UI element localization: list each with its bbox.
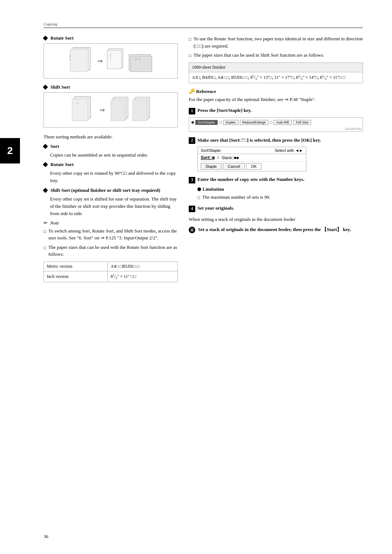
step1-number: 1 (189, 108, 195, 114)
ss-footer: Staple Cancel OK (198, 162, 306, 171)
note-item-1: □ To switch among Sort, Rotate Sort, and… (44, 227, 178, 242)
key-icon: 🔑 (189, 89, 195, 94)
finisher-table: 1000-sheet finisher A3□, B4JIS□, A4□ □, … (189, 62, 363, 83)
ss-staple-button[interactable]: Staple (201, 163, 221, 170)
stack-text: When setting a stack of originals in the… (189, 216, 363, 223)
ss-ok-button[interactable]: OK (246, 163, 261, 170)
arrow-icon: ⇒ (97, 57, 103, 65)
rotate-sort-diagram: 2 1 ⇒ 2 1 (44, 43, 178, 78)
step4a-label: Set a stack of originals in the document… (198, 226, 351, 233)
three-methods-text: Three sorting methods are available: (44, 133, 178, 141)
checkbox-icon-1: □ (44, 228, 46, 235)
step2-number: 2 (189, 137, 195, 144)
limitation-section: Limitation □ The maximum number of sets … (197, 186, 363, 201)
step2-heading: 2 Make sure that [Sort□+□] is selected, … (189, 137, 363, 144)
step1-label: Press the [Sort/Staple] key. (197, 108, 252, 113)
note-section: Note □ To switch among Sort, Rotate Sort… (44, 220, 178, 258)
paper-spread-right: 2 1 2 1 (107, 49, 152, 73)
note-item-2: □ The paper sizes that can be used with … (44, 244, 178, 258)
sort-desc: Copies can be assembled as sets in seque… (50, 151, 178, 159)
shift-sort-subheading: Shift Sort (optional finisher or shift s… (44, 187, 178, 193)
step4a-item: ① Set a stack of originals in the docume… (189, 226, 363, 236)
ui-sort-staple-btn: Sort/Stapler (195, 120, 218, 125)
note-title: Note (44, 220, 178, 226)
inch-version-cell: Inch version (44, 271, 108, 282)
diamond-icon (43, 36, 48, 41)
page: Copying 2 Rotate Sort (0, 0, 392, 554)
step2-ui-mockup: Sort/Staple: Select with ◄► Sort□■ / Sta… (197, 147, 306, 171)
checkbox-icon-4: □ (189, 52, 191, 59)
sort-subheading: Sort (44, 143, 178, 149)
breadcrumb: Copying (44, 22, 363, 28)
shift-arrow-icon: ⇒ (99, 106, 105, 114)
ss-label1: Sort/Staple: (201, 148, 221, 153)
diamond-icon-2 (43, 85, 48, 90)
reference-text: For the paper capacity of the optional f… (189, 96, 363, 103)
shift-stack: 1 (72, 96, 94, 124)
chapter-tab: 2 (0, 138, 20, 163)
ui-full-btn: Full Size (293, 120, 311, 125)
ss-sep: / (218, 155, 219, 160)
finisher-table-content-row: A3□, B4JIS□, A4□ □, B5JIS□ □, 81/2" × 13… (189, 72, 363, 83)
step4-label: Set your originals. (197, 205, 234, 211)
reference-title: 🔑 Reference (189, 88, 363, 94)
inch-sizes-cell: 81/2" × 11" □□ (107, 271, 177, 282)
limitation-title: Limitation (197, 186, 363, 192)
shift-sort-heading: Shift Sort (44, 84, 178, 90)
finisher-table-content: A3□, B4JIS□, A4□ □, B5JIS□ □, 81/2" × 13… (189, 72, 363, 83)
paper-size-table: Metric version A4□ □B5JIS□ □ Inch versio… (44, 262, 178, 282)
main-content: Rotate Sort 2 1 ⇒ (44, 35, 363, 287)
paper-stack-left: 2 1 (69, 47, 93, 74)
ss-stack-val: Stack□■■ (222, 155, 239, 160)
diamond-icon-4 (43, 162, 48, 167)
finisher-table-header: 1000-sheet finisher (189, 63, 363, 72)
zaas-label: ZAAS070N (189, 127, 363, 132)
step3-heading: 3 Enter the number of copy sets with the… (189, 177, 363, 183)
ss-label2: Select with ◄► (275, 148, 303, 153)
step4a-circle: ① (189, 227, 195, 233)
step4-heading: 4 Set your originals. (189, 205, 363, 212)
bullet-icon (197, 187, 201, 191)
ui-led-1 (191, 121, 194, 124)
ui-led-2 (219, 121, 222, 124)
left-column: Rotate Sort 2 1 ⇒ (44, 35, 178, 287)
table-row-metric: Metric version A4□ □B5JIS□ □ (44, 262, 178, 271)
ss-sort-val: Sort□■ (201, 155, 215, 160)
step3-label: Enter the number of copy sets with the N… (197, 177, 305, 182)
checkbox-icon-5: □ (197, 194, 200, 201)
ui-reduce-btn: Reduce/Enlarge (240, 120, 269, 125)
right-note-item-2: □ The paper sizes that can be used in Sh… (189, 52, 363, 59)
step4-number: 4 (189, 206, 195, 212)
right-note-item-1: □ To use the Rotate Sort function, two p… (189, 35, 363, 49)
shift-sort-desc: Every other copy set is shifted for ease… (50, 195, 178, 217)
right-note-section: □ To use the Rotate Sort function, two p… (189, 35, 363, 59)
right-column: □ To use the Rotate Sort function, two p… (189, 35, 363, 287)
ss-cancel-button[interactable]: Cancel (223, 163, 245, 170)
step1-heading: 1 Press the [Sort/Staple] key. (189, 108, 363, 114)
step2-label: Make sure that [Sort□+□] is selected, th… (197, 137, 321, 143)
finisher-table-header-row: 1000-sheet finisher (189, 63, 363, 72)
shift-sort-diagram: 1 ⇒ (44, 92, 178, 128)
page-number: 36 (44, 534, 48, 539)
rotate-sort-subheading: Rotate Sort (44, 162, 178, 167)
diamond-icon-5 (43, 187, 48, 193)
checkbox-icon-3: □ (189, 36, 191, 43)
rotate-sort-heading: Rotate Sort (44, 35, 178, 41)
ui-led-3 (270, 121, 273, 124)
table-row-inch: Inch version 81/2" × 11" □□ (44, 271, 178, 282)
reference-section: 🔑 Reference For the paper capacity of th… (189, 88, 363, 103)
ui-auto-btn: Auto R/E (274, 120, 292, 125)
ss-header: Sort/Staple: Select with ◄► (198, 147, 306, 154)
metric-version-cell: Metric version (44, 262, 108, 271)
step1-ui-mockup: Sort/Stapler Duplex Reduce/Enlarge Auto … (189, 117, 363, 132)
checkbox-icon-2: □ (44, 244, 46, 251)
ui-button-row: Sort/Stapler Duplex Reduce/Enlarge Auto … (191, 119, 360, 126)
step3-number: 3 (189, 177, 195, 183)
metric-sizes-cell: A4□ □B5JIS□ □ (107, 262, 177, 271)
diamond-icon-3 (43, 144, 48, 149)
shifted-stacks (111, 97, 150, 123)
ui-duplex-btn: Duplex (223, 120, 238, 125)
rotate-sort-desc: Every other copy set is rotated by 90°□□… (50, 170, 178, 184)
ss-value-row: Sort□■ / Stack□■■ (198, 154, 306, 162)
limitation-item: □ The maximum number of sets is 99. (197, 194, 363, 201)
